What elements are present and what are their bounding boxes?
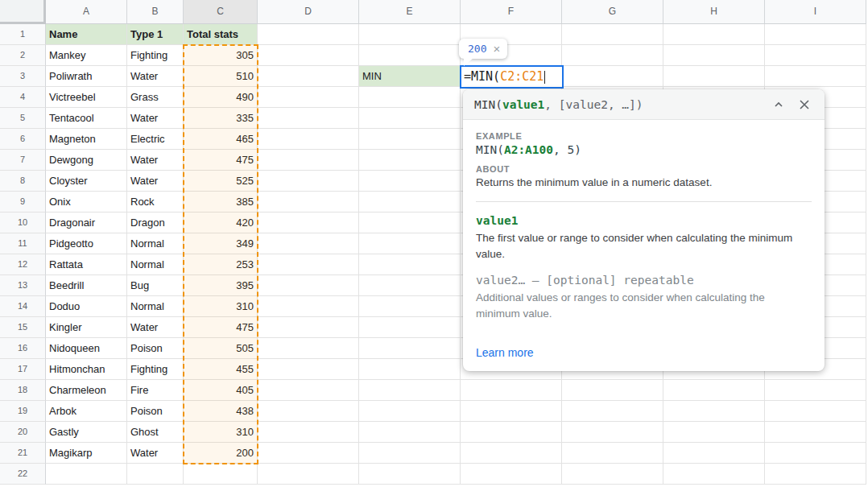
- cell-B4[interactable]: Grass: [127, 87, 184, 108]
- cell-D18[interactable]: [258, 380, 359, 401]
- cell-F22[interactable]: [461, 464, 562, 485]
- cell-D20[interactable]: [258, 422, 359, 443]
- cell-G21[interactable]: [562, 443, 663, 464]
- column-header-H[interactable]: H: [663, 0, 765, 24]
- column-header-E[interactable]: E: [359, 0, 461, 24]
- cell-E19[interactable]: [359, 401, 461, 422]
- cell-A3[interactable]: Poliwrath: [46, 66, 127, 87]
- cell-E12[interactable]: [359, 254, 461, 275]
- cell-E3[interactable]: MIN: [359, 66, 461, 87]
- cell-C13[interactable]: 395: [184, 275, 258, 296]
- cell-B7[interactable]: Water: [127, 150, 184, 171]
- cell-G19[interactable]: [562, 401, 663, 422]
- cell-D16[interactable]: [258, 338, 359, 359]
- cell-C5[interactable]: 335: [184, 108, 258, 129]
- cell-C11[interactable]: 349: [184, 233, 258, 254]
- cell-B18[interactable]: Fire: [127, 380, 184, 401]
- cell-E9[interactable]: [359, 192, 461, 213]
- cell-C4[interactable]: 490: [184, 87, 258, 108]
- cell-D15[interactable]: [258, 317, 359, 338]
- cell-H18[interactable]: [663, 380, 765, 401]
- cell-I21[interactable]: [765, 443, 866, 464]
- cell-A13[interactable]: Beedrill: [46, 275, 127, 296]
- cell-D7[interactable]: [258, 150, 359, 171]
- row-header-11[interactable]: 11: [0, 233, 46, 254]
- cell-A14[interactable]: Doduo: [46, 296, 127, 317]
- cell-A18[interactable]: Charmeleon: [46, 380, 127, 401]
- chip-close-icon[interactable]: ×: [493, 43, 500, 54]
- cell-H3[interactable]: [663, 66, 765, 87]
- row-header-15[interactable]: 15: [0, 317, 46, 338]
- cell-B8[interactable]: Water: [127, 171, 184, 192]
- cell-B13[interactable]: Bug: [127, 275, 184, 296]
- cell-D3[interactable]: [258, 66, 359, 87]
- cell-C8[interactable]: 525: [184, 171, 258, 192]
- cell-B10[interactable]: Dragon: [127, 213, 184, 233]
- cell-C6[interactable]: 465: [184, 129, 258, 150]
- cell-A21[interactable]: Magikarp: [46, 443, 127, 464]
- cell-A17[interactable]: Hitmonchan: [46, 359, 127, 380]
- cell-C18[interactable]: 405: [184, 380, 258, 401]
- cell-D1[interactable]: [258, 24, 359, 45]
- cell-C15[interactable]: 475: [184, 317, 258, 338]
- cell-B9[interactable]: Rock: [127, 192, 184, 213]
- row-header-16[interactable]: 16: [0, 338, 46, 359]
- cell-D14[interactable]: [258, 296, 359, 317]
- cell-E8[interactable]: [359, 171, 461, 192]
- cell-A12[interactable]: Rattata: [46, 254, 127, 275]
- cell-D13[interactable]: [258, 275, 359, 296]
- cell-B19[interactable]: Poison: [127, 401, 184, 422]
- cell-A6[interactable]: Magneton: [46, 129, 127, 150]
- row-header-14[interactable]: 14: [0, 296, 46, 317]
- cell-C17[interactable]: 455: [184, 359, 258, 380]
- cell-E6[interactable]: [359, 129, 461, 150]
- cell-F21[interactable]: [461, 443, 562, 464]
- cell-E13[interactable]: [359, 275, 461, 296]
- cell-E16[interactable]: [359, 338, 461, 359]
- cell-D11[interactable]: [258, 233, 359, 254]
- cell-E7[interactable]: [359, 150, 461, 171]
- row-header-12[interactable]: 12: [0, 254, 46, 275]
- row-header-2[interactable]: 2: [0, 45, 46, 66]
- row-header-8[interactable]: 8: [0, 171, 46, 192]
- cell-C2[interactable]: 305: [184, 45, 258, 66]
- cell-B6[interactable]: Electric: [127, 129, 184, 150]
- cell-F18[interactable]: [461, 380, 562, 401]
- cell-C14[interactable]: 310: [184, 296, 258, 317]
- cell-B1[interactable]: Type 1: [127, 24, 184, 45]
- row-header-19[interactable]: 19: [0, 401, 46, 422]
- row-header-7[interactable]: 7: [0, 150, 46, 171]
- cell-H19[interactable]: [663, 401, 765, 422]
- cell-I18[interactable]: [765, 380, 866, 401]
- cell-E17[interactable]: [359, 359, 461, 380]
- cell-C3[interactable]: 510: [184, 66, 258, 87]
- cell-B21[interactable]: Water: [127, 443, 184, 464]
- column-header-G[interactable]: G: [562, 0, 663, 24]
- cell-A20[interactable]: Gastly: [46, 422, 127, 443]
- cell-C16[interactable]: 505: [184, 338, 258, 359]
- cell-A2[interactable]: Mankey: [46, 45, 127, 66]
- cell-A9[interactable]: Onix: [46, 192, 127, 213]
- cell-E5[interactable]: [359, 108, 461, 129]
- row-header-5[interactable]: 5: [0, 108, 46, 129]
- row-header-22[interactable]: 22: [0, 464, 46, 485]
- row-header-3[interactable]: 3: [0, 66, 46, 87]
- row-header-21[interactable]: 21: [0, 443, 46, 464]
- cell-D19[interactable]: [258, 401, 359, 422]
- cell-I19[interactable]: [765, 401, 866, 422]
- cell-G18[interactable]: [562, 380, 663, 401]
- cell-E1[interactable]: [359, 24, 461, 45]
- cell-E15[interactable]: [359, 317, 461, 338]
- cell-B5[interactable]: Water: [127, 108, 184, 129]
- cell-D10[interactable]: [258, 213, 359, 233]
- cell-G20[interactable]: [562, 422, 663, 443]
- cell-A8[interactable]: Cloyster: [46, 171, 127, 192]
- cell-C10[interactable]: 420: [184, 213, 258, 233]
- cell-H2[interactable]: [663, 45, 765, 66]
- cell-E18[interactable]: [359, 380, 461, 401]
- column-header-D[interactable]: D: [258, 0, 359, 24]
- cell-D22[interactable]: [258, 464, 359, 485]
- cell-E11[interactable]: [359, 233, 461, 254]
- cell-G3[interactable]: [562, 66, 663, 87]
- cell-C12[interactable]: 253: [184, 254, 258, 275]
